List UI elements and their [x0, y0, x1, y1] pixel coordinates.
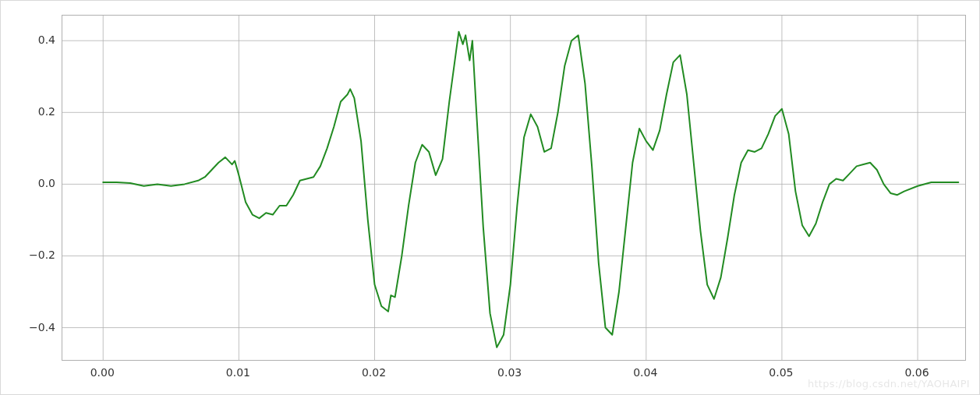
y-tick-label: −0.4 — [9, 322, 55, 333]
y-tick-label: 0.0 — [9, 178, 55, 189]
y-tick-label: 0.2 — [9, 106, 55, 117]
plot-area — [62, 15, 966, 361]
watermark-text: https://blog.csdn.net/YAOHAIPI — [808, 378, 970, 390]
grid-lines — [62, 16, 965, 360]
x-tick-label: 0.05 — [769, 367, 793, 378]
x-tick-label: 0.06 — [904, 367, 929, 378]
signal-line — [103, 32, 958, 347]
x-tick-label: 0.01 — [226, 367, 250, 378]
x-tick-label: 0.02 — [362, 367, 386, 378]
x-tick-label: 0.04 — [633, 367, 657, 378]
figure-frame: 0.00 0.01 0.02 0.03 0.04 0.05 0.06 −0.4 … — [0, 0, 980, 395]
x-tick-label: 0.00 — [90, 367, 115, 378]
y-tick-label: 0.4 — [9, 34, 55, 45]
x-tick-label: 0.03 — [497, 367, 522, 378]
y-tick-label: −0.2 — [9, 249, 55, 260]
chart-svg — [62, 16, 965, 360]
